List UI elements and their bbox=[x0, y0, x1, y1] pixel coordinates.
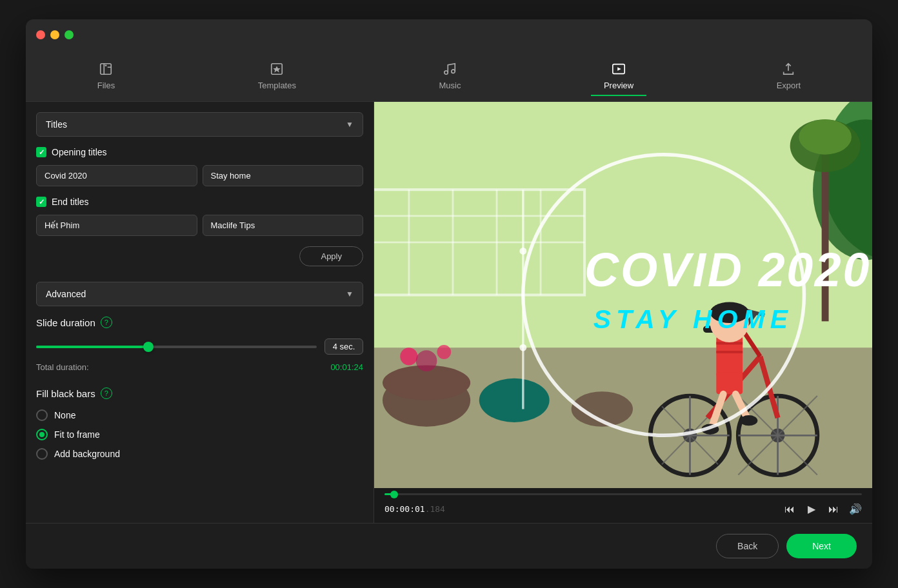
left-panel: Titles ▼ Opening titles End titles bbox=[26, 102, 374, 523]
progress-thumb[interactable] bbox=[390, 491, 398, 498]
progress-track[interactable] bbox=[384, 493, 862, 495]
svg-point-31 bbox=[437, 345, 451, 359]
music-icon bbox=[443, 62, 457, 78]
svg-text:STAY HOME: STAY HOME bbox=[594, 304, 793, 334]
bottom-bar: Back Next bbox=[26, 523, 872, 569]
titles-dropdown-label: Titles bbox=[46, 119, 67, 130]
fill-black-bars-options: None Fit to frame Add background bbox=[36, 409, 363, 460]
svg-point-7 bbox=[452, 69, 455, 73]
total-duration-row: Total duration: 00:01:24 bbox=[36, 362, 363, 372]
nav-preview[interactable]: Preview bbox=[591, 57, 646, 95]
templates-icon bbox=[270, 62, 284, 78]
play-button[interactable]: ▶ bbox=[805, 500, 818, 518]
video-frame: COVID 2020 STAY HOME bbox=[374, 102, 872, 488]
svg-marker-9 bbox=[617, 67, 621, 71]
advanced-dropdown[interactable]: Advanced ▼ bbox=[36, 282, 363, 306]
svg-point-61 bbox=[740, 415, 757, 426]
nav-music[interactable]: Music bbox=[426, 57, 474, 95]
advanced-dropdown-label: Advanced bbox=[46, 289, 86, 299]
svg-point-17 bbox=[799, 119, 852, 154]
slide-duration-slider-row: 4 sec. bbox=[36, 338, 363, 355]
svg-text:COVID 2020: COVID 2020 bbox=[584, 243, 871, 297]
right-panel: COVID 2020 STAY HOME 00:00:01.184 ⏮ ▶ bbox=[374, 102, 872, 523]
slide-duration-track[interactable] bbox=[36, 346, 317, 348]
radio-add-background-label: Add background bbox=[54, 449, 120, 459]
radio-none-button[interactable] bbox=[36, 409, 48, 421]
nav-files-label: Files bbox=[97, 81, 115, 90]
end-titles-checkbox[interactable] bbox=[36, 197, 46, 207]
files-icon bbox=[99, 62, 113, 78]
svg-point-28 bbox=[479, 378, 550, 422]
radio-fit-to-frame-label: Fit to frame bbox=[54, 429, 100, 440]
playback-bar: 00:00:01.184 ⏮ ▶ ⏭ 🔊 bbox=[374, 488, 872, 523]
preview-area: COVID 2020 STAY HOME bbox=[374, 102, 872, 488]
opening-titles-row: Opening titles bbox=[36, 147, 363, 157]
titlebar bbox=[26, 19, 872, 50]
radio-fit-to-frame[interactable]: Fit to frame bbox=[36, 429, 363, 440]
end-titles-label: End titles bbox=[52, 197, 89, 207]
apply-btn-container: Apply bbox=[36, 246, 363, 266]
volume-icon[interactable]: 🔊 bbox=[849, 503, 862, 515]
traffic-lights bbox=[36, 30, 74, 39]
opening-titles-label: Opening titles bbox=[52, 147, 107, 157]
svg-point-32 bbox=[416, 350, 437, 371]
nav-music-label: Music bbox=[439, 81, 461, 90]
nav-templates[interactable]: Templates bbox=[245, 57, 309, 95]
opening-titles-checkbox[interactable] bbox=[36, 147, 46, 157]
timecode-display: 00:00:01.184 bbox=[384, 504, 774, 514]
total-duration-value: 00:01:24 bbox=[330, 362, 363, 372]
titles-dropdown[interactable]: Titles ▼ bbox=[36, 112, 363, 137]
svg-point-64 bbox=[519, 248, 526, 255]
nav-templates-label: Templates bbox=[258, 81, 296, 90]
svg-point-30 bbox=[400, 348, 417, 365]
export-icon bbox=[781, 62, 795, 78]
minimize-button[interactable] bbox=[50, 30, 59, 39]
main-content: Titles ▼ Opening titles End titles bbox=[26, 102, 872, 523]
slider-thumb[interactable] bbox=[143, 342, 154, 352]
top-navigation: Files Templates Music bbox=[26, 50, 872, 102]
titles-dropdown-arrow: ▼ bbox=[346, 120, 354, 129]
video-background: COVID 2020 STAY HOME bbox=[374, 102, 872, 488]
end-title-field2[interactable] bbox=[203, 215, 364, 236]
svg-marker-5 bbox=[274, 66, 281, 72]
back-button[interactable]: Back bbox=[716, 534, 779, 558]
opening-title-field1[interactable] bbox=[36, 165, 197, 186]
svg-point-6 bbox=[444, 70, 448, 74]
timecode-millis: .184 bbox=[425, 504, 445, 514]
controls-row: 00:00:01.184 ⏮ ▶ ⏭ 🔊 bbox=[384, 500, 862, 518]
maximize-button[interactable] bbox=[65, 30, 74, 39]
radio-none-label: None bbox=[54, 410, 75, 420]
svg-point-65 bbox=[519, 344, 526, 351]
slide-duration-label: Slide duration ? bbox=[36, 317, 363, 328]
fill-black-bars-help[interactable]: ? bbox=[101, 387, 112, 399]
radio-add-background[interactable]: Add background bbox=[36, 448, 363, 460]
opening-title-field2[interactable] bbox=[203, 165, 364, 186]
apply-button[interactable]: Apply bbox=[299, 246, 363, 266]
radio-add-background-button[interactable] bbox=[36, 448, 48, 460]
end-titles-row: End titles bbox=[36, 197, 363, 207]
nav-export[interactable]: Export bbox=[764, 57, 814, 95]
end-title-field1[interactable] bbox=[36, 215, 197, 236]
radio-none[interactable]: None bbox=[36, 409, 363, 421]
nav-files[interactable]: Files bbox=[85, 57, 128, 95]
fill-black-bars-label: Fill black bars ? bbox=[36, 387, 363, 399]
slide-duration-help[interactable]: ? bbox=[101, 317, 112, 328]
opening-titles-inputs bbox=[36, 165, 363, 186]
app-window: Files Templates Music bbox=[26, 19, 872, 569]
slider-fill bbox=[36, 346, 148, 348]
end-titles-inputs bbox=[36, 215, 363, 236]
radio-fit-to-frame-button[interactable] bbox=[36, 429, 48, 440]
step-back-button[interactable]: ⏮ bbox=[782, 501, 797, 518]
timecode-current: 00:00:01 bbox=[384, 504, 425, 514]
nav-preview-label: Preview bbox=[604, 81, 634, 90]
slider-value: 4 sec. bbox=[324, 338, 363, 355]
total-duration-label: Total duration: bbox=[36, 362, 89, 372]
next-button[interactable]: Next bbox=[786, 534, 857, 558]
step-forward-button[interactable]: ⏭ bbox=[826, 501, 841, 518]
close-button[interactable] bbox=[36, 30, 45, 39]
nav-export-label: Export bbox=[777, 81, 801, 90]
preview-icon bbox=[612, 62, 626, 78]
advanced-dropdown-arrow: ▼ bbox=[346, 289, 354, 299]
svg-rect-57 bbox=[716, 372, 743, 394]
